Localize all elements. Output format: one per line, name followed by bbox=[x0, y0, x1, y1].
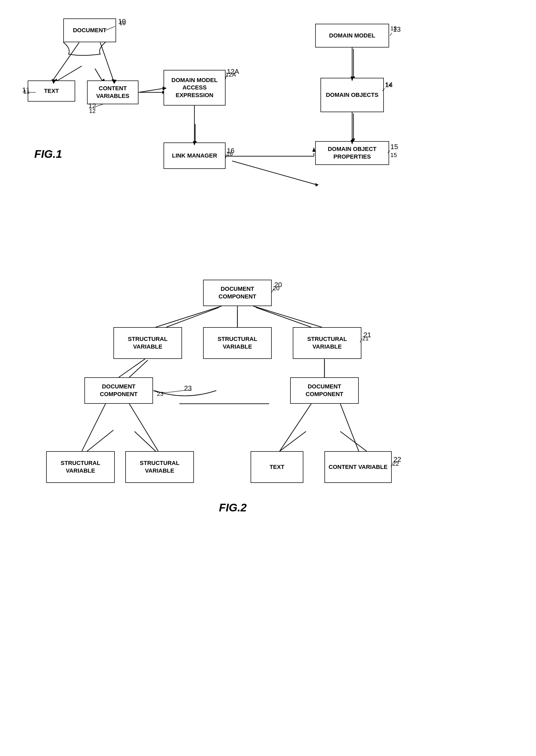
struct-var-2-box: STRUCTURAL VARIABLE bbox=[203, 327, 272, 359]
content-variable-bottom-box: CONTENT VARIABLE bbox=[324, 451, 392, 483]
struct-var-2-label: STRUCTURAL VARIABLE bbox=[205, 335, 270, 350]
diagram-container: DOCUMENT 10 TEXT 11 CONTENT VARIABLES 12… bbox=[0, 0, 536, 756]
fig2-label: FIG.2 bbox=[219, 501, 247, 514]
svg-line-16 bbox=[256, 307, 311, 327]
doc-component-right-box: DOCUMENT COMPONENT bbox=[290, 377, 359, 404]
doc-component-top-label: DOCUMENT COMPONENT bbox=[205, 285, 270, 300]
content-variable-bottom-ref: 22 bbox=[392, 461, 399, 467]
struct-var-3-ref: 21 bbox=[362, 335, 368, 342]
svg-line-21 bbox=[280, 431, 306, 451]
struct-var-1-label: STRUCTURAL VARIABLE bbox=[116, 335, 180, 350]
text-bottom-box: TEXT bbox=[251, 451, 303, 483]
struct-var-ll-label: STRUCTURAL VARIABLE bbox=[48, 460, 113, 474]
svg-line-14 bbox=[166, 307, 219, 327]
struct-var-3-box: STRUCTURAL VARIABLE bbox=[293, 327, 361, 359]
doc-component-right-label: DOCUMENT COMPONENT bbox=[292, 383, 357, 398]
svg-line-17 bbox=[129, 360, 148, 377]
struct-var-lr-box: STRUCTURAL VARIABLE bbox=[125, 451, 194, 483]
struct-var-lr-label: STRUCTURAL VARIABLE bbox=[127, 460, 192, 474]
doc-component-left-box: DOCUMENT COMPONENT bbox=[84, 377, 153, 404]
doc-component-left-label: DOCUMENT COMPONENT bbox=[86, 383, 151, 398]
fig2-lines bbox=[0, 0, 536, 756]
struct-var-1-box: STRUCTURAL VARIABLE bbox=[114, 327, 182, 359]
doc-component-top-box: DOCUMENT COMPONENT bbox=[203, 280, 272, 306]
struct-var-3-label: STRUCTURAL VARIABLE bbox=[295, 335, 359, 350]
doc-component-left-ref: 23 bbox=[157, 391, 163, 397]
svg-line-20 bbox=[135, 431, 156, 451]
doc-component-top-ref: 20 bbox=[273, 285, 279, 292]
struct-var-ll-box: STRUCTURAL VARIABLE bbox=[46, 451, 115, 483]
content-variable-bottom-label: CONTENT VARIABLE bbox=[329, 464, 387, 471]
svg-line-22 bbox=[340, 431, 367, 451]
text-bottom-label: TEXT bbox=[270, 464, 285, 471]
svg-line-19 bbox=[87, 430, 114, 451]
